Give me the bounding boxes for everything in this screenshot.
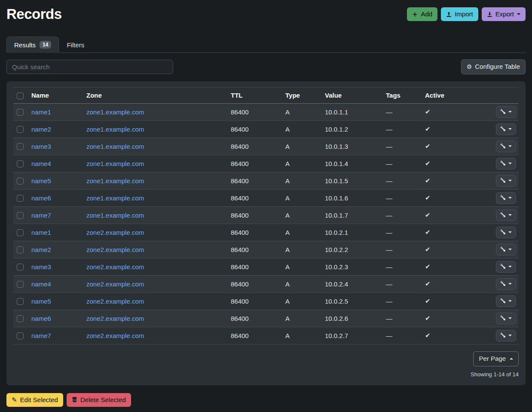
zone-link[interactable]: zone2.example.com bbox=[86, 229, 144, 236]
quick-search-input[interactable] bbox=[6, 60, 173, 74]
record-name-link[interactable]: name5 bbox=[31, 177, 51, 184]
row-actions-button[interactable] bbox=[496, 192, 516, 204]
row-actions-button[interactable] bbox=[496, 141, 516, 152]
row-checkbox[interactable] bbox=[17, 212, 24, 219]
row-actions-button[interactable] bbox=[496, 278, 516, 290]
row-checkbox[interactable] bbox=[17, 126, 24, 133]
record-name-link[interactable]: name5 bbox=[31, 298, 51, 305]
row-checkbox[interactable] bbox=[17, 109, 24, 116]
zone-cell: zone2.example.com bbox=[83, 224, 227, 241]
row-checkbox[interactable] bbox=[17, 315, 24, 322]
zone-link[interactable]: zone2.example.com bbox=[86, 280, 144, 288]
tags-cell: — bbox=[382, 241, 422, 258]
zone-link[interactable]: zone2.example.com bbox=[86, 332, 144, 339]
tags-cell: — bbox=[382, 103, 422, 120]
record-name-link[interactable]: name4 bbox=[31, 280, 51, 288]
row-actions-button[interactable] bbox=[496, 106, 516, 118]
record-name-link[interactable]: name6 bbox=[31, 194, 51, 202]
row-actions-button[interactable] bbox=[496, 244, 516, 255]
value-cell: 10.0.2.7 bbox=[321, 327, 382, 344]
tab-filters[interactable]: Filters bbox=[59, 37, 92, 53]
zone-link[interactable]: zone2.example.com bbox=[86, 298, 144, 305]
export-button[interactable]: Export bbox=[482, 7, 526, 22]
add-button[interactable]: Add bbox=[407, 7, 437, 22]
row-actions-button[interactable] bbox=[496, 227, 516, 238]
record-name-link[interactable]: name3 bbox=[31, 143, 51, 150]
tags-cell: — bbox=[382, 258, 422, 275]
chevron-down-icon bbox=[508, 231, 512, 233]
row-checkbox[interactable] bbox=[17, 332, 24, 339]
per-page-button[interactable]: Per Page bbox=[473, 351, 519, 366]
record-name-link[interactable]: name2 bbox=[31, 126, 51, 133]
row-select-cell bbox=[13, 258, 28, 275]
row-actions-button[interactable] bbox=[496, 123, 516, 135]
zone-link[interactable]: zone1.example.com bbox=[86, 160, 144, 167]
row-checkbox[interactable] bbox=[17, 264, 24, 271]
zone-link[interactable]: zone1.example.com bbox=[86, 126, 144, 133]
gear-icon: ⚙ bbox=[467, 64, 472, 70]
record-name-link[interactable]: name4 bbox=[31, 160, 51, 167]
record-name-link[interactable]: name2 bbox=[31, 246, 51, 253]
ttl-cell: 86400 bbox=[227, 155, 282, 172]
row-actions-button[interactable] bbox=[496, 209, 516, 221]
row-actions-button[interactable] bbox=[496, 330, 516, 341]
row-actions-cell bbox=[490, 103, 519, 120]
zone-link[interactable]: zone1.example.com bbox=[86, 194, 144, 202]
edit-selected-label: Edit Selected bbox=[20, 396, 58, 404]
download-icon bbox=[487, 12, 492, 17]
row-checkbox[interactable] bbox=[17, 246, 24, 253]
select-all-checkbox[interactable] bbox=[17, 92, 24, 99]
chevron-down-icon bbox=[508, 197, 512, 199]
record-name-link[interactable]: name1 bbox=[31, 108, 51, 116]
row-checkbox[interactable] bbox=[17, 143, 24, 150]
record-name-link[interactable]: name6 bbox=[31, 315, 51, 322]
column-header-actions bbox=[490, 87, 519, 103]
row-checkbox[interactable] bbox=[17, 281, 24, 288]
zone-link[interactable]: zone2.example.com bbox=[86, 246, 144, 253]
import-button[interactable]: Import bbox=[441, 7, 478, 22]
edit-selected-button[interactable]: ✎ Edit Selected bbox=[6, 393, 63, 407]
delete-selected-button[interactable]: Delete Selected bbox=[67, 393, 131, 407]
table-header-row: Name Zone TTL Type Value Tags Active bbox=[13, 87, 519, 103]
row-actions-button[interactable] bbox=[496, 313, 516, 324]
chevron-down-icon bbox=[508, 128, 512, 130]
tab-bar: Results 14 Filters bbox=[6, 37, 526, 53]
type-cell: A bbox=[282, 292, 321, 310]
zone-link[interactable]: zone1.example.com bbox=[86, 108, 144, 116]
value-cell: 10.0.1.3 bbox=[321, 138, 382, 155]
row-actions-cell bbox=[490, 224, 519, 241]
row-checkbox[interactable] bbox=[17, 229, 24, 236]
zone-link[interactable]: zone1.example.com bbox=[86, 177, 144, 184]
zone-link[interactable]: zone2.example.com bbox=[86, 315, 144, 322]
record-name-link[interactable]: name7 bbox=[31, 332, 51, 339]
row-actions-button[interactable] bbox=[496, 261, 516, 273]
row-select-cell bbox=[13, 224, 28, 241]
chevron-down-icon bbox=[508, 163, 512, 164]
export-button-label: Export bbox=[495, 10, 514, 18]
zone-link[interactable]: zone1.example.com bbox=[86, 212, 144, 219]
row-checkbox[interactable] bbox=[17, 178, 24, 184]
row-select-cell bbox=[13, 103, 28, 120]
row-actions-button[interactable] bbox=[496, 175, 516, 187]
tags-cell: — bbox=[382, 189, 422, 206]
row-actions-button[interactable] bbox=[496, 158, 516, 169]
configure-table-button[interactable]: ⚙ Configure Table bbox=[461, 59, 526, 74]
row-actions-button[interactable] bbox=[496, 295, 516, 307]
import-button-label: Import bbox=[455, 10, 473, 18]
record-name-link[interactable]: name1 bbox=[31, 229, 51, 236]
table-row: name7 zone1.example.com 86400 A 10.0.1.7… bbox=[13, 206, 519, 224]
row-select-cell bbox=[13, 241, 28, 258]
wrench-icon bbox=[500, 109, 505, 115]
row-checkbox[interactable] bbox=[17, 298, 24, 305]
record-name-link[interactable]: name3 bbox=[31, 263, 51, 271]
row-checkbox[interactable] bbox=[17, 195, 24, 202]
active-cell: ✔ bbox=[422, 155, 490, 172]
zone-link[interactable]: zone1.example.com bbox=[86, 143, 144, 150]
table-controls: ⚙ Configure Table bbox=[6, 59, 526, 74]
value-cell: 10.0.1.4 bbox=[321, 155, 382, 172]
row-checkbox[interactable] bbox=[17, 160, 24, 167]
zone-link[interactable]: zone2.example.com bbox=[86, 263, 144, 271]
tab-results[interactable]: Results 14 bbox=[6, 37, 59, 53]
type-cell: A bbox=[282, 155, 321, 172]
record-name-link[interactable]: name7 bbox=[31, 212, 51, 219]
